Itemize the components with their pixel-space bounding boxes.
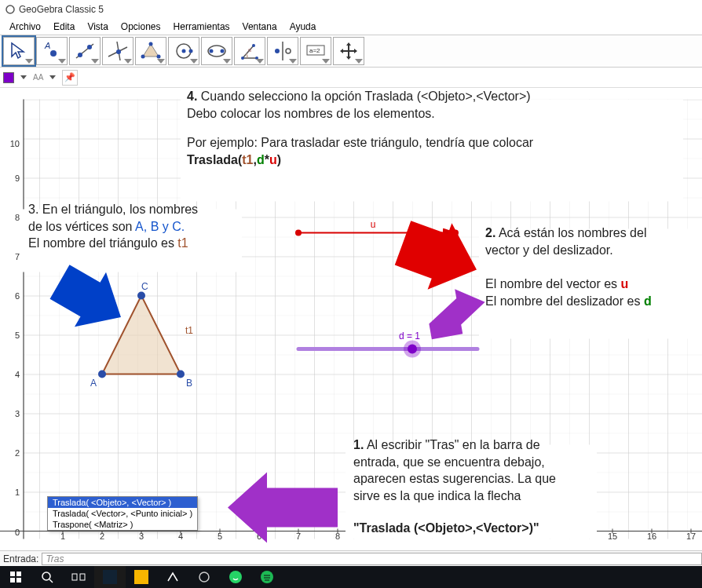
titlebar: GeoGebra Classic 5 (0, 0, 702, 19)
taskbar (0, 566, 702, 588)
svg-point-11 (157, 55, 161, 59)
titlebar-text: GeoGebra Classic 5 (19, 4, 104, 15)
svg-point-0 (6, 5, 14, 13)
svg-rect-77 (16, 578, 21, 583)
menu-archivo[interactable]: Archivo (5, 20, 46, 33)
taskbar-app2-icon[interactable] (126, 566, 157, 588)
tool-transform[interactable] (267, 37, 298, 65)
text-size-label[interactable]: AA (33, 73, 43, 82)
formatbar: AA 📌 (0, 68, 702, 88)
svg-point-17 (210, 49, 214, 53)
label-C: C (141, 281, 148, 292)
svg-point-12 (141, 55, 145, 59)
suggestion-0[interactable]: Traslada( <Objeto>, <Vector> ) (48, 497, 197, 508)
menu-vista[interactable]: Vista (82, 20, 112, 33)
annotation-4: 4. Cuando selecciono la opción Traslada … (187, 88, 689, 168)
svg-text:4: 4 (15, 370, 20, 379)
tool-slider[interactable]: a=2 (300, 37, 331, 65)
svg-point-21 (252, 44, 255, 47)
tool-conic[interactable] (201, 37, 232, 65)
toolbar: A α a=2 (0, 35, 702, 68)
svg-rect-76 (10, 578, 15, 583)
svg-text:7: 7 (15, 252, 20, 261)
svg-text:9: 9 (15, 173, 20, 183)
svg-text:5: 5 (15, 331, 20, 340)
svg-text:2: 2 (15, 448, 20, 458)
svg-point-2 (50, 50, 57, 57)
tool-point[interactable]: A (36, 37, 68, 65)
menubar: Archivo Edita Vista Opciones Herramienta… (0, 19, 702, 35)
annotation-2: 2. Acá están los nombres del vector y de… (485, 225, 702, 309)
tool-move[interactable] (3, 37, 35, 65)
svg-text:8: 8 (15, 213, 20, 222)
annotation-1: 1. Al escribir "Tras" en la barra de ent… (353, 436, 597, 537)
taskbar-app1-icon[interactable] (94, 566, 126, 588)
label-A: A (90, 378, 97, 389)
vector-u-start[interactable] (295, 230, 302, 236)
label-u: u (371, 219, 376, 230)
svg-rect-80 (72, 574, 77, 580)
autocomplete-popup: Traslada( <Objeto>, <Vector> ) Traslada(… (47, 496, 198, 531)
tool-angle[interactable]: α (234, 37, 265, 65)
taskbar-app5-icon[interactable] (220, 566, 251, 588)
point-B[interactable] (177, 371, 185, 378)
svg-text:6: 6 (15, 291, 20, 301)
tool-polygon[interactable] (135, 37, 166, 65)
label-t1: t1 (185, 325, 193, 336)
menu-ayuda[interactable]: Ayuda (285, 20, 321, 33)
svg-point-82 (199, 572, 209, 582)
svg-point-78 (42, 572, 50, 580)
label-B: B (186, 378, 192, 389)
suggestion-1[interactable]: Traslada( <Vector>, <Punto inicial> ) (48, 508, 197, 519)
inputbar-field[interactable] (42, 553, 702, 565)
tool-perpendicular[interactable] (102, 37, 133, 65)
menu-ventana[interactable]: Ventana (238, 20, 282, 33)
svg-rect-81 (80, 574, 85, 580)
svg-point-10 (149, 42, 153, 46)
color-dropdown-icon[interactable] (20, 75, 27, 79)
svg-point-25 (286, 49, 291, 53)
slider-d-thumb[interactable] (408, 345, 417, 354)
svg-point-8 (116, 49, 121, 54)
svg-text:3: 3 (15, 409, 20, 418)
suggestion-2[interactable]: Traspone( <Matriz> ) (48, 519, 197, 530)
svg-point-19 (241, 57, 244, 60)
point-C[interactable] (137, 292, 145, 300)
pin-button[interactable]: 📌 (62, 70, 78, 86)
svg-point-18 (221, 49, 225, 53)
taskbar-app6-icon[interactable] (251, 566, 283, 588)
taskbar-taskview-icon[interactable] (63, 566, 94, 588)
svg-text:a=2: a=2 (309, 47, 320, 54)
svg-point-14 (182, 49, 186, 53)
annotation-3: 3. En el triángulo, los nombres de los v… (28, 201, 248, 252)
tool-move-view[interactable] (333, 37, 364, 65)
taskbar-search-icon[interactable] (31, 566, 63, 588)
svg-text:A: A (44, 41, 50, 50)
taskbar-start-icon[interactable] (0, 566, 31, 588)
svg-text:α: α (248, 47, 251, 53)
taskbar-app3-icon[interactable] (157, 566, 188, 588)
label-d: d = 1 (399, 331, 420, 341)
inputbar-label: Entrada: (0, 553, 42, 564)
app-icon (5, 4, 16, 15)
tool-line[interactable] (69, 37, 101, 65)
svg-text:10: 10 (10, 139, 20, 148)
svg-point-84 (261, 571, 273, 583)
menu-opciones[interactable]: Opciones (116, 20, 166, 33)
svg-line-79 (49, 579, 53, 583)
svg-point-15 (189, 49, 193, 53)
svg-point-83 (229, 571, 242, 583)
menu-edita[interactable]: Edita (49, 20, 79, 33)
point-A[interactable] (98, 371, 106, 378)
color-swatch[interactable] (3, 72, 14, 83)
inputbar: Entrada: (0, 550, 702, 566)
svg-rect-75 (16, 572, 21, 576)
svg-point-5 (87, 45, 92, 49)
svg-point-24 (275, 49, 280, 53)
taskbar-app4-icon[interactable] (188, 566, 220, 588)
tool-circle[interactable] (168, 37, 199, 65)
svg-point-4 (78, 53, 82, 57)
menu-herramientas[interactable]: Herramientas (169, 20, 235, 33)
svg-text:0: 0 (15, 528, 20, 537)
text-size-dropdown-icon[interactable] (49, 75, 56, 79)
